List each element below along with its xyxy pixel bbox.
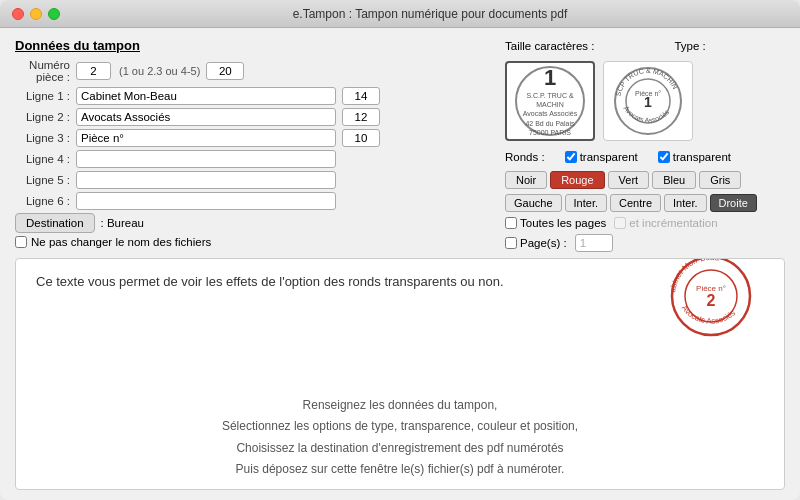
ligne5-label: Ligne 5 :: [15, 174, 70, 186]
main-window: e.Tampon : Tampon numérique pour documen…: [0, 0, 800, 500]
numero-input[interactable]: [76, 62, 111, 80]
svg-text:2: 2: [707, 292, 716, 309]
section-title: Données du tampon: [15, 38, 495, 53]
stamp2-container: SCP TRUC & MACHIN Pièce n° 1 Avocats Ass…: [612, 65, 684, 137]
transparent1-checkbox[interactable]: [565, 151, 577, 163]
pages-input[interactable]: [575, 234, 613, 252]
no-rename-label: Ne pas changer le nom des fichiers: [31, 236, 211, 248]
left-panel: Données du tampon Numéro pièce : (1 ou 2…: [15, 38, 495, 252]
stamp-previews: 1 S.C.P. TRUC & MACHIN Avocats Associés …: [505, 61, 785, 141]
ligne5-input[interactable]: [76, 171, 336, 189]
stamp2-svg: SCP TRUC & MACHIN Pièce n° 1 Avocats Ass…: [612, 65, 684, 137]
preview-instructions: Renseignez les données du tampon,Sélecti…: [16, 387, 784, 489]
numero-hint: (1 ou 2.3 ou 4-5): [119, 65, 200, 77]
destination-value: : Bureau: [101, 217, 144, 229]
preview-stamp-svg: abinet Mon-Beau Pièce n° 2 Avocats Assoc…: [669, 258, 754, 339]
taille-header: Taille caractères :: [505, 40, 594, 52]
stamp1-number: 1: [544, 65, 556, 91]
incrementation-label: et incrémentation: [629, 217, 717, 229]
color-btn-vert[interactable]: Vert: [608, 171, 650, 189]
incrementation-checkbox[interactable]: [614, 217, 626, 229]
stamp-type2[interactable]: SCP TRUC & MACHIN Pièce n° 1 Avocats Ass…: [603, 61, 693, 141]
ligne3-taille[interactable]: [342, 129, 380, 147]
top-section: Données du tampon Numéro pièce : (1 ou 2…: [15, 38, 785, 252]
minimize-button[interactable]: [30, 8, 42, 20]
type-header: Type :: [674, 40, 705, 52]
ligne4-label: Ligne 4 :: [15, 153, 70, 165]
svg-text:1: 1: [644, 94, 652, 110]
stamp-type1[interactable]: 1 S.C.P. TRUC & MACHIN Avocats Associés …: [505, 61, 595, 141]
pages-label: Page(s) :: [520, 237, 567, 249]
destination-row: Destination : Bureau: [15, 213, 495, 233]
toutes-pages-label: Toutes les pages: [520, 217, 606, 229]
right-panel: Taille caractères : Type : 1 S.C.P. TRUC…: [505, 38, 785, 252]
no-rename-row: Ne pas changer le nom des fichiers: [15, 236, 495, 248]
ligne1-input[interactable]: [76, 87, 336, 105]
pages-group: Page(s) :: [505, 237, 567, 249]
ronds-row: Ronds : transparent transparent: [505, 151, 785, 163]
ligne4-row: Ligne 4 :: [15, 150, 495, 168]
position-btn-gauche[interactable]: Gauche: [505, 194, 562, 212]
color-btn-bleu[interactable]: Bleu: [652, 171, 696, 189]
transparent2-group: transparent: [658, 151, 731, 163]
color-btn-noir[interactable]: Noir: [505, 171, 547, 189]
pages-row: Page(s) :: [505, 234, 785, 252]
transparent2-label: transparent: [673, 151, 731, 163]
maximize-button[interactable]: [48, 8, 60, 20]
instruction-line: Choisissez la destination d'enregistreme…: [36, 438, 764, 460]
position-btn-centre[interactable]: Centre: [610, 194, 661, 212]
transparent1-label: transparent: [580, 151, 638, 163]
ligne1-taille[interactable]: [342, 87, 380, 105]
instruction-line: Sélectionnez les options de type, transp…: [36, 416, 764, 438]
numero-row: Numéro pièce : (1 ou 2.3 ou 4-5): [15, 59, 495, 83]
stamp1-circle: 1 S.C.P. TRUC & MACHIN Avocats Associés …: [515, 66, 585, 136]
ligne2-row: Ligne 2 :: [15, 108, 495, 126]
incrementation-group: et incrémentation: [614, 217, 717, 229]
ligne3-label: Ligne 3 :: [15, 132, 70, 144]
toutes-pages-checkbox[interactable]: [505, 217, 517, 229]
content-area: Données du tampon Numéro pièce : (1 ou 2…: [0, 28, 800, 500]
numero-taille-input[interactable]: [206, 62, 244, 80]
color-btn-gris[interactable]: Gris: [699, 171, 741, 189]
ligne2-label: Ligne 2 :: [15, 111, 70, 123]
traffic-lights: [12, 8, 60, 20]
ligne5-row: Ligne 5 :: [15, 171, 495, 189]
preview-main-row: Ce texte vous permet de voir les effets …: [16, 259, 784, 297]
header-labels: Taille caractères : Type :: [505, 38, 785, 52]
ligne2-input[interactable]: [76, 108, 336, 126]
position-btn-droite[interactable]: Droite: [710, 194, 757, 212]
position-btn-inter[interactable]: Inter.: [664, 194, 706, 212]
ronds-label: Ronds :: [505, 151, 545, 163]
titlebar: e.Tampon : Tampon numérique pour documen…: [0, 0, 800, 28]
destination-button[interactable]: Destination: [15, 213, 95, 233]
close-button[interactable]: [12, 8, 24, 20]
preview-area: Ce texte vous permet de voir les effets …: [15, 258, 785, 490]
pages-checkbox[interactable]: [505, 237, 517, 249]
toutes-pages-row: Toutes les pages et incrémentation: [505, 217, 785, 229]
color-btn-rouge[interactable]: Rouge: [550, 171, 604, 189]
instruction-line: Puis déposez sur cette fenêtre le(s) fic…: [36, 459, 764, 481]
position-row: GaucheInter.CentreInter.Droite: [505, 194, 785, 212]
ligne2-taille[interactable]: [342, 108, 380, 126]
ligne6-label: Ligne 6 :: [15, 195, 70, 207]
stamp1-text: S.C.P. TRUC & MACHIN Avocats Associés 42…: [517, 91, 583, 136]
ligne6-row: Ligne 6 :: [15, 192, 495, 210]
transparent1-group: transparent: [565, 151, 638, 163]
color-row: NoirRougeVertBleuGris: [505, 171, 785, 189]
ligne6-input[interactable]: [76, 192, 336, 210]
preview-stamp-overlay: abinet Mon-Beau Pièce n° 2 Avocats Assoc…: [669, 258, 754, 339]
instruction-line: Renseignez les données du tampon,: [36, 395, 764, 417]
ligne1-label: Ligne 1 :: [15, 90, 70, 102]
toutes-pages-group: Toutes les pages: [505, 217, 606, 229]
ligne4-input[interactable]: [76, 150, 336, 168]
ligne3-input[interactable]: [76, 129, 336, 147]
transparent2-checkbox[interactable]: [658, 151, 670, 163]
position-btn-inter[interactable]: Inter.: [565, 194, 607, 212]
ligne3-row: Ligne 3 :: [15, 129, 495, 147]
ligne1-row: Ligne 1 :: [15, 87, 495, 105]
numero-label: Numéro pièce :: [15, 59, 70, 83]
no-rename-checkbox[interactable]: [15, 236, 27, 248]
window-title: e.Tampon : Tampon numérique pour documen…: [72, 7, 788, 21]
